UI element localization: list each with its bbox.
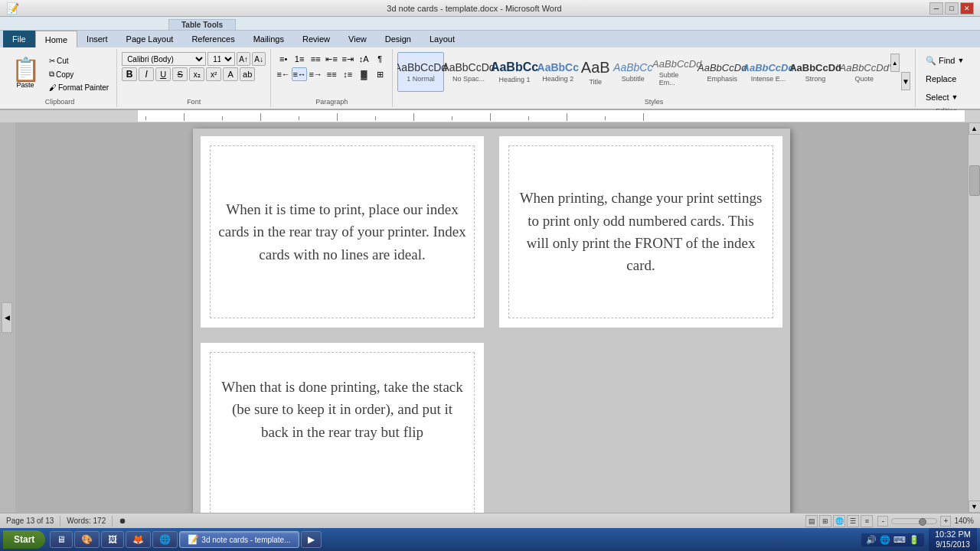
card-text-2: When printing, change your print setting…: [509, 179, 773, 285]
highlight-button[interactable]: ab: [240, 67, 255, 81]
tab-view[interactable]: View: [339, 31, 376, 47]
minimize-button[interactable]: ─: [929, 2, 943, 15]
decrease-indent-button[interactable]: ⇤≡: [324, 52, 339, 66]
text-color-button[interactable]: A: [223, 67, 238, 81]
vertical-scrollbar[interactable]: ▲ ▼: [968, 122, 980, 513]
replace-button[interactable]: Replace: [920, 70, 962, 87]
style-emphasis[interactable]: AaBbCcDd Emphasis: [701, 52, 744, 92]
borders-button[interactable]: ⊞: [372, 67, 387, 81]
card-paper-1[interactable]: When it is time to print, place our inde…: [201, 136, 484, 328]
multilevel-button[interactable]: ≡≡: [308, 52, 323, 66]
align-center-button[interactable]: ≡↔: [292, 67, 307, 81]
paste-icon: 📋: [11, 58, 40, 81]
tab-layout[interactable]: Layout: [420, 31, 464, 47]
zoom-level: 140%: [954, 517, 974, 525]
copy-button[interactable]: ⧉ Copy: [46, 68, 112, 80]
style-quote[interactable]: "AaBbCcDd" Quote: [840, 52, 889, 92]
tab-references[interactable]: References: [182, 31, 243, 47]
taskbar-app-2[interactable]: 🎨: [74, 531, 100, 548]
close-button[interactable]: ✕: [960, 2, 974, 15]
app7-icon: ▶: [308, 534, 315, 545]
tab-insert[interactable]: Insert: [77, 31, 117, 47]
style-title[interactable]: AaB Title: [580, 52, 611, 92]
card-paper-2[interactable]: When printing, change your print setting…: [499, 136, 782, 328]
zoom-in-btn[interactable]: +: [940, 516, 951, 527]
show-marks-button[interactable]: ¶: [372, 52, 387, 66]
print-layout-btn[interactable]: ▤: [805, 515, 818, 527]
numbering-button[interactable]: 1≡: [292, 52, 307, 66]
time-display: 10:32 PM: [935, 530, 971, 540]
style-subtitle[interactable]: AaBbCc Subtitle: [612, 52, 654, 92]
subscript-button[interactable]: x₂: [189, 67, 204, 81]
styles-group-label: Styles: [397, 96, 910, 106]
clock-area[interactable]: 10:32 PM 9/15/2013: [929, 528, 977, 550]
style-intense-em[interactable]: AaBbCcDd Intense E...: [746, 52, 792, 92]
card-cell-1: When it is time to print, place our inde…: [193, 129, 492, 335]
style-heading2[interactable]: AaBbCc Heading 2: [537, 52, 579, 92]
italic-button[interactable]: I: [139, 67, 154, 81]
increase-indent-button[interactable]: ≡⇥: [340, 52, 355, 66]
style-strong[interactable]: AaBbCcDd Strong: [792, 52, 838, 92]
tab-review[interactable]: Review: [293, 31, 339, 47]
paste-button[interactable]: 📋 Paste: [8, 52, 43, 95]
start-button[interactable]: Start: [3, 530, 45, 549]
card-cell-2: When printing, change your print setting…: [492, 129, 790, 335]
maximize-button[interactable]: □: [945, 2, 959, 15]
align-right-button[interactable]: ≡→: [308, 67, 323, 81]
superscript-button[interactable]: x²: [206, 67, 221, 81]
scroll-thumb[interactable]: [969, 165, 980, 196]
shrink-font-button[interactable]: A↓: [252, 52, 266, 66]
taskbar-app-5[interactable]: 🌐: [152, 531, 178, 548]
format-painter-button[interactable]: 🖌 Format Painter: [46, 82, 112, 93]
taskbar-app-7[interactable]: ▶: [301, 531, 322, 548]
shading-button[interactable]: ▓: [356, 67, 371, 81]
style-subtle-em[interactable]: AaBbCcDd Subtle Em...: [655, 52, 699, 92]
find-icon: 🔍: [926, 56, 936, 66]
style-normal[interactable]: AaBbCcDd 1 Normal: [397, 52, 444, 92]
find-button[interactable]: 🔍 Find ▼: [920, 52, 969, 69]
strikethrough-button[interactable]: S: [172, 67, 188, 81]
bold-button[interactable]: B: [122, 67, 137, 81]
font-family-select[interactable]: Calibri (Body): [122, 52, 206, 66]
select-button[interactable]: Select ▼: [920, 89, 964, 106]
doc-scroll-area: When it is time to print, place our inde…: [15, 122, 968, 513]
taskbar-app-1[interactable]: 🖥: [50, 531, 73, 548]
full-screen-btn[interactable]: ⊞: [819, 515, 831, 527]
card-text-1: When it is time to print, place our inde…: [211, 191, 474, 273]
styles-scroll-up[interactable]: ▲: [890, 54, 900, 72]
editing-group: 🔍 Find ▼ Replace Select ▼ Editing: [916, 49, 977, 107]
outline-btn[interactable]: ☰: [847, 515, 859, 527]
line-spacing-button[interactable]: ↕≡: [340, 67, 355, 81]
app-icon: 📝: [6, 2, 19, 15]
underline-button[interactable]: U: [155, 67, 171, 81]
word-icon: 📝: [188, 534, 199, 545]
tab-mailings[interactable]: Mailings: [244, 31, 293, 47]
scroll-up-arrow[interactable]: ▲: [969, 122, 981, 135]
sort-button[interactable]: ↕A: [356, 52, 371, 66]
style-no-spacing[interactable]: AaBbCcDd No Spac...: [446, 52, 492, 92]
bullets-button[interactable]: ≡•: [276, 52, 291, 66]
view-buttons: ▤ ⊞ 🌐 ☰ ≡: [805, 515, 873, 527]
card-dashed-border-1: When it is time to print, place our inde…: [210, 145, 475, 318]
left-margin-handle[interactable]: ◀: [2, 302, 12, 333]
align-left-button[interactable]: ≡←: [276, 67, 291, 81]
tray-icon-2: 🌐: [880, 535, 890, 545]
tab-design[interactable]: Design: [376, 31, 420, 47]
taskbar-app-4[interactable]: 🦊: [126, 531, 151, 548]
scroll-down-arrow[interactable]: ▼: [969, 500, 981, 513]
grow-font-button[interactable]: A↑: [237, 52, 250, 66]
justify-button[interactable]: ≡≡: [324, 67, 339, 81]
zoom-out-btn[interactable]: -: [877, 516, 888, 527]
styles-more-button[interactable]: ▼: [901, 72, 910, 90]
tab-page-layout[interactable]: Page Layout: [117, 31, 183, 47]
card-paper-3[interactable]: When that is done printing, take the sta…: [201, 343, 484, 513]
font-size-select[interactable]: 11: [207, 52, 235, 66]
cut-button[interactable]: ✂ Cut: [46, 55, 112, 67]
web-layout-btn[interactable]: 🌐: [833, 515, 845, 527]
style-heading1[interactable]: AaBbCc Heading 1: [493, 52, 535, 92]
tab-file[interactable]: File: [3, 31, 35, 47]
taskbar-word-app[interactable]: 📝 3d note cards - template...: [179, 531, 299, 548]
tab-home[interactable]: Home: [35, 31, 77, 47]
draft-btn[interactable]: ≡: [861, 515, 873, 527]
taskbar-app-3[interactable]: 🖼: [101, 531, 124, 548]
